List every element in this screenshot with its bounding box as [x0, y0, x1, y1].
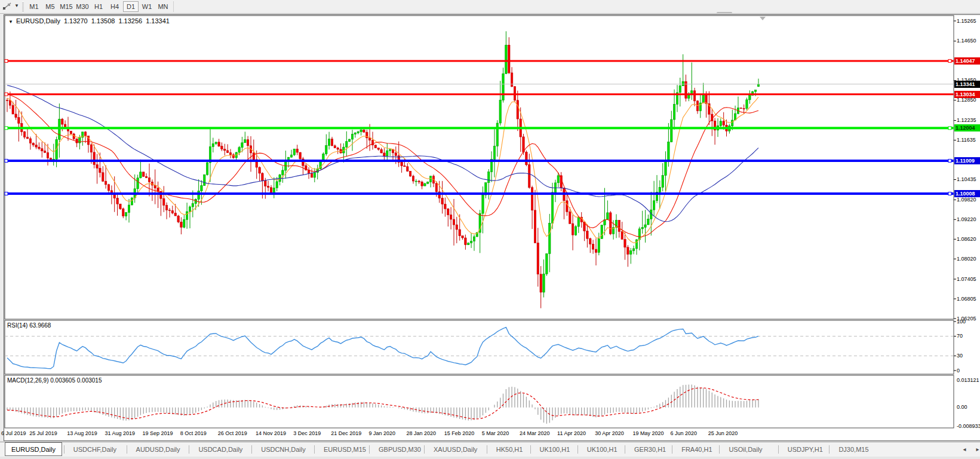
chart-tab-bar: EURUSD,DailyUSDCHF,DailyAUDUSD,DailyUSDC… [0, 442, 980, 457]
ohlc-high: 1.13508 [91, 17, 115, 25]
ohlc-close: 1.13341 [146, 17, 170, 25]
ohlc-low: 1.13256 [118, 17, 142, 25]
trading-terminal: ▼ M1M5M15M30H1H4D1W1MN ▼EURUSD,Daily1.13… [0, 0, 980, 459]
tab-audusd-daily[interactable]: AUDUSD,Daily [130, 443, 186, 455]
tab-separator [672, 445, 672, 454]
price-axis-tick: 1.07405 [957, 276, 976, 282]
price-badge-1.13034: 1.13034 [954, 91, 980, 98]
price-axis-tick: 1.14650 [957, 38, 976, 44]
tab-separator [530, 445, 531, 454]
date-axis-label: 9 Jan 2020 [368, 430, 395, 436]
tab-separator [314, 445, 315, 454]
date-axis-label: 11 Apr 2020 [557, 430, 586, 436]
chart-symbol: EURUSD,Daily [16, 17, 60, 25]
chart-graphics [0, 0, 980, 459]
price-badge-1.12004: 1.12004 [954, 124, 980, 131]
tab-scroll-left-icon[interactable]: ◂ [960, 446, 969, 452]
tab-xauusd-daily[interactable]: XAUUSD,Daily [428, 443, 483, 455]
hline-1.11009[interactable] [5, 159, 954, 162]
date-axis-label: 31 Aug 2019 [105, 430, 135, 436]
macd-label: MACD(12,26,9) 0.003605 0.003015 [7, 377, 102, 384]
chart-title-caret-icon[interactable]: ▼ [8, 19, 13, 25]
tab-usdcnh-daily[interactable]: USDCNH,Daily [255, 443, 312, 455]
price-axis-tick: 1.12235 [957, 117, 976, 123]
tab-separator [778, 445, 779, 454]
tab-dj30-m15[interactable]: DJ30,M15 [832, 443, 874, 455]
tab-gbpusd-m30[interactable]: GBPUSD,M30 [373, 443, 427, 455]
tab-usdjpy-h1[interactable]: USDJPY,H1 [782, 443, 829, 455]
price-axis-tick: 1.08620 [957, 236, 976, 242]
tab-fra40-h1[interactable]: FRA40,H1 [675, 443, 718, 455]
tab-separator [487, 445, 487, 454]
tab-usdcad-daily[interactable]: USDCAD,Daily [192, 443, 248, 455]
price-badge-1.11009: 1.11009 [954, 157, 980, 164]
date-axis-label: 19 Sep 2019 [143, 430, 173, 436]
tab-hk50-h1[interactable]: HK50,H1 [490, 443, 529, 455]
price-axis-tick: 1.11635 [957, 137, 976, 143]
tab-separator [829, 445, 830, 454]
price-axis-tick: 1.09220 [957, 216, 976, 222]
price-axis-tick: 1.06805 [957, 296, 976, 302]
hline-1.10008[interactable] [5, 192, 954, 195]
tab-eurusd-m15[interactable]: EURUSD,M15 [318, 443, 372, 455]
tab-separator [577, 445, 578, 454]
tab-separator [369, 445, 370, 454]
price-axis-tick: 1.09820 [957, 197, 976, 203]
macd-axis-tick: 0.013121 [957, 377, 979, 383]
date-axis-label: 3 Dec 2019 [293, 430, 321, 436]
chart-title: ▼EURUSD,Daily1.132701.135081.132561.1334… [8, 17, 170, 25]
date-axis-label: 25 Jun 2020 [708, 430, 738, 436]
tab-separator [719, 445, 720, 454]
macd-axis-tick: 0.00 [957, 404, 967, 410]
macd-axis-tick: -0.008933 [957, 423, 980, 429]
date-axis-label: 21 Dec 2019 [331, 430, 361, 436]
date-axis-label: 25 Jul 2019 [29, 430, 57, 436]
date-axis-label: 6 Jun 2020 [671, 430, 698, 436]
rsi-label: RSI(14) 63.9668 [7, 322, 51, 329]
rsi-axis-tick: 0 [957, 368, 960, 374]
tab-usdchf-daily[interactable]: USDCHF,Daily [67, 443, 122, 455]
date-axis-label: 14 Nov 2019 [256, 430, 286, 436]
tab-separator [424, 445, 425, 454]
date-axis-label: 5 Mar 2020 [482, 430, 509, 436]
tab-separator [251, 445, 252, 454]
current-price-badge: 1.13341 [954, 81, 980, 88]
date-axis-label: 6 Jul 2019 [1, 430, 26, 436]
tab-scroll-right-icon[interactable]: ▸ [973, 446, 980, 452]
tab-uk100-h1[interactable]: UK100,H1 [534, 443, 576, 455]
ohlc-open: 1.13270 [64, 17, 88, 25]
tab-eurusd-daily[interactable]: EURUSD,Daily [5, 442, 62, 456]
price-axis-tick: 1.12850 [957, 97, 976, 103]
tab-separator [625, 445, 625, 454]
date-axis-label: 19 May 2020 [632, 430, 663, 436]
date-axis-label: 26 Oct 2019 [218, 430, 247, 436]
date-axis-label: 8 Oct 2019 [180, 430, 207, 436]
price-badge-1.14047: 1.14047 [954, 57, 980, 65]
rsi-axis-tick: 70 [957, 333, 963, 339]
price-axis-tick: 1.08020 [957, 256, 976, 262]
date-axis-label: 30 Apr 2020 [595, 430, 624, 436]
tab-separator [64, 445, 64, 454]
tab-uk100-h1[interactable]: UK100,H1 [581, 443, 623, 455]
rsi-axis-tick: 100 [957, 319, 966, 325]
tab-separator [189, 445, 189, 454]
date-axis-label: 24 Mar 2020 [520, 430, 550, 436]
date-axis-label: 13 Aug 2019 [67, 430, 97, 436]
bottom-strip [0, 457, 980, 459]
price-axis-tick: 1.10435 [957, 176, 976, 182]
tab-separator [127, 445, 127, 454]
date-axis-label: 15 Feb 2020 [444, 430, 475, 436]
tab-usoil-daily[interactable]: USOil,Daily [723, 443, 768, 455]
hline-1.12004[interactable] [5, 127, 954, 130]
price-badge-1.10008: 1.10008 [954, 190, 980, 197]
rsi-axis-tick: 30 [957, 353, 963, 359]
date-axis-label: 28 Jan 2020 [407, 430, 437, 436]
price-axis-tick: 1.15265 [957, 18, 976, 24]
tab-ger30-h1[interactable]: GER30,H1 [628, 443, 672, 455]
